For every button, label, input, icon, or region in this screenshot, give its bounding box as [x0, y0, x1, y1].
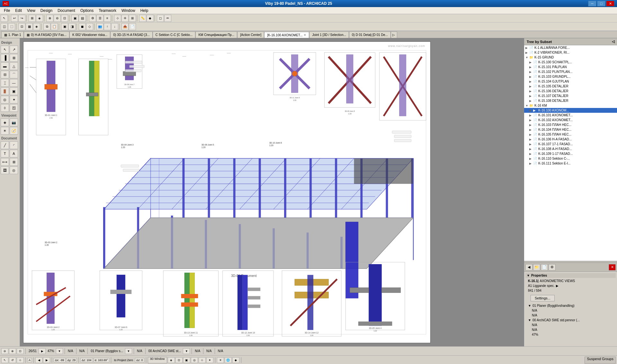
tab-more[interactable]: ▷: [391, 31, 397, 38]
measure-button[interactable]: 📏: [139, 15, 146, 22]
sb2-select[interactable]: ↖: [1, 357, 8, 363]
light-tool[interactable]: ✦: [10, 96, 18, 103]
map-button[interactable]: ◈: [36, 15, 43, 22]
tree-item-k16-103[interactable]: ▶ 📄 K-16.103 ПЛАН НЕС...: [524, 122, 617, 127]
wall-subtool[interactable]: ⊞: [10, 54, 18, 62]
sb2-icon1[interactable]: ◈: [168, 357, 175, 363]
zoom-out-button[interactable]: ⊖: [54, 15, 61, 22]
marquee-button[interactable]: ⬚: [8, 23, 15, 30]
column-tool[interactable]: ⌶: [1, 79, 9, 87]
tree-item-k16-100[interactable]: ▶ ▶ K-16.100 AXONOM...: [524, 108, 617, 113]
suspend-groups-button[interactable]: Suspend Groups: [585, 357, 616, 364]
solid-elem-button[interactable]: ◼: [79, 23, 86, 30]
menu-options[interactable]: Options: [78, 8, 96, 13]
sb2-icon7[interactable]: ☀: [217, 357, 224, 363]
penset-button[interactable]: ✏: [164, 15, 171, 22]
tree-item-k16-102[interactable]: ▶ 📄 K-16.102 AXONOMET...: [524, 118, 617, 122]
menu-file[interactable]: File: [1, 8, 13, 13]
snap-button[interactable]: ⊹: [114, 15, 121, 22]
collapse-tree-icon[interactable]: ◁: [612, 40, 614, 44]
grid-button[interactable]: ⊞: [129, 15, 136, 22]
group-button[interactable]: ▣: [61, 23, 68, 30]
redo-button[interactable]: ↪: [18, 15, 25, 22]
tree-item-k15-104[interactable]: ▶ 📄 K-15.103 GRUNDPL...: [524, 74, 617, 79]
tree-item-k16-104[interactable]: ▶ 📄 K-16.104 ПЛАН НЕС...: [524, 127, 617, 132]
sb2-icon3[interactable]: ▣: [183, 357, 190, 363]
sb2-next[interactable]: ▶: [43, 357, 50, 363]
prop-settings-button[interactable]: ⚙: [549, 264, 556, 271]
stair-tool[interactable]: ⚿: [10, 104, 18, 112]
layers-button[interactable]: ☰: [96, 15, 103, 22]
minimize-button[interactable]: ─: [588, 1, 596, 6]
sb2-icon4[interactable]: ◎: [191, 357, 198, 363]
tab-action[interactable]: [Action Center]: [237, 31, 264, 38]
tree-item-k16-110[interactable]: ▶ 📄 K-16.110 Sektion C-...: [524, 156, 617, 161]
tree-item-k16-107[interactable]: ▶ 📄 K-16.107 17-1 FASAD...: [524, 142, 617, 146]
tree-item-k16-105[interactable]: ▶ 📄 K-16.105 ПЛАН НЕС...: [524, 132, 617, 137]
morph-tool[interactable]: ◊: [1, 104, 9, 112]
tree-item-k15-102[interactable]: ▶ 📄 K-15.101 PÅLPLAN: [524, 65, 617, 69]
tree-item-k15-109[interactable]: ▶ 📄 K-15.108 DETALJER: [524, 98, 617, 103]
surface-button[interactable]: ◻: [157, 15, 164, 22]
prop-close-button[interactable]: ✕: [609, 264, 616, 271]
sb-fit[interactable]: ⊡: [17, 348, 24, 354]
3dwindow-button[interactable]: ◈: [33, 23, 40, 30]
section-button[interactable]: ▤: [79, 15, 86, 22]
ungroup-button[interactable]: ◨: [68, 23, 76, 30]
menu-view[interactable]: View: [24, 8, 38, 13]
3d-view-tool[interactable]: ◈: [1, 119, 9, 126]
sun-tool[interactable]: ☀: [1, 127, 9, 135]
navigator-button[interactable]: ⊞: [29, 15, 36, 22]
sb2-render[interactable]: ◆: [232, 357, 239, 363]
tree-item-k16-108[interactable]: ▶ 📄 K-16.108 А-Н FASAD...: [524, 146, 617, 151]
settings-button[interactable]: Settings...: [531, 295, 555, 301]
tree-item-k15-108[interactable]: ▶ 📄 K-15.107 DETALJER: [524, 93, 617, 98]
tab-axonom-close[interactable]: ✕: [304, 33, 306, 37]
tree-item-k1[interactable]: ▶ 📄 K-1 ALLMÄNNA FORE...: [524, 45, 617, 50]
arrow-tool[interactable]: ↖: [1, 46, 9, 53]
sb-play[interactable]: ▶: [39, 348, 46, 354]
prop-folder-button[interactable]: 📁: [533, 264, 540, 271]
shell-tool[interactable]: ⌒: [10, 71, 18, 78]
door-tool[interactable]: 🚪: [1, 87, 9, 95]
roof-tool[interactable]: △: [10, 62, 18, 70]
select-tool-button[interactable]: ↖: [1, 15, 8, 22]
detail-tool[interactable]: ◎: [10, 166, 18, 174]
object-tool[interactable]: ◎: [1, 96, 9, 103]
sb2-prev[interactable]: ◀: [35, 357, 42, 363]
copy-button[interactable]: ⧉: [43, 23, 50, 30]
attributes-button[interactable]: ≡: [104, 15, 111, 22]
tree-item-k15-106[interactable]: ▶ 📄 K-15.105 DETALJER: [524, 84, 617, 89]
tree-item-k15-105[interactable]: ▶ 📄 K-15.104 GJUTPLAN: [524, 79, 617, 84]
tab-3d15[interactable]: 0) 3D-15 H-A FASAD [3...: [110, 31, 152, 38]
sb2-icon8[interactable]: 🌐: [225, 357, 232, 363]
send-changes-button[interactable]: ↑: [104, 23, 111, 30]
sb-zoom-in[interactable]: ⊕: [9, 348, 16, 354]
sb2-3d-window[interactable]: 3D Window: [148, 357, 167, 363]
tab-hfasad[interactable]: ▦ 0) H-A FASAD [SV Fas...: [24, 31, 69, 38]
drawing-canvas[interactable]: www.nairisargsyan.com: [23, 41, 431, 343]
menu-help[interactable]: Help: [138, 8, 151, 13]
tree-item-k2[interactable]: ▶ 📄 K-2 VIBRATIONER, RI...: [524, 50, 617, 55]
close-button[interactable]: ✕: [606, 1, 614, 6]
menu-window[interactable]: Window: [119, 8, 138, 13]
menu-teamwork[interactable]: Teamwork: [96, 8, 119, 13]
menu-edit[interactable]: Edit: [13, 8, 24, 13]
sb2-icon6[interactable]: ✦: [206, 357, 213, 363]
maximize-button[interactable]: □: [597, 1, 605, 6]
fit-button[interactable]: ⊡: [61, 15, 68, 22]
paste-button[interactable]: 📋: [51, 23, 58, 30]
prop-add-button[interactable]: 📄: [541, 264, 548, 271]
line-tool[interactable]: ╱: [1, 141, 9, 149]
teamwork-button[interactable]: 👥: [96, 23, 103, 30]
sb2-icon2[interactable]: ⊡: [175, 357, 183, 363]
select-all-button[interactable]: ◫: [1, 23, 8, 30]
dimension-tool[interactable]: ⟷: [1, 158, 9, 166]
solid-operations-button[interactable]: ◆: [147, 15, 154, 22]
guide-button[interactable]: ✛: [121, 15, 129, 22]
tab-km[interactable]: KM Спецификация Пр...: [195, 31, 237, 38]
tree-item-k16-106[interactable]: ▶ 📄 K-16.106 H-A FASAD...: [524, 137, 617, 142]
morph-button[interactable]: ◇: [86, 23, 93, 30]
tab-plan1[interactable]: ▦ 1. Plan 1: [1, 31, 24, 38]
view3d-button[interactable]: ▣: [71, 15, 78, 22]
